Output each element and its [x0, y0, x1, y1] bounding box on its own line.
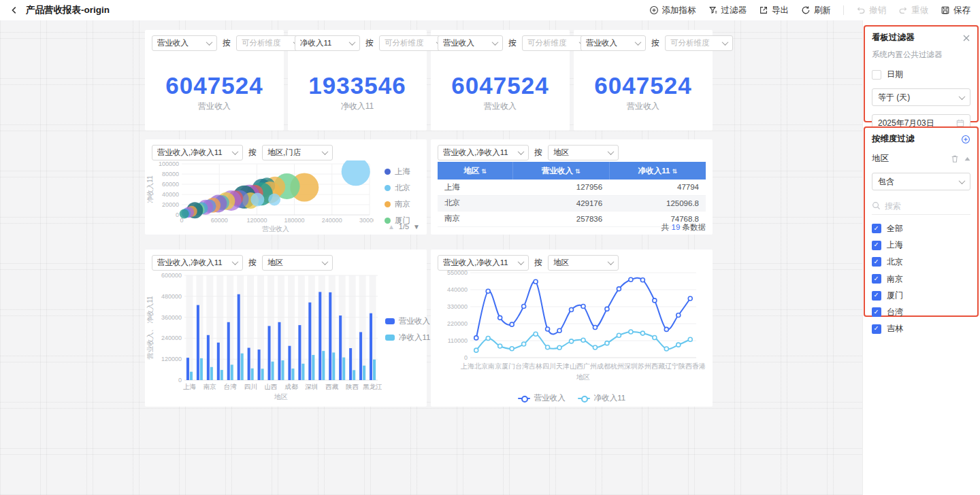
scatter-plot: 0200004000060000800001000000600001200001…: [146, 160, 374, 233]
checkbox-checked[interactable]: [872, 307, 881, 317]
refresh-button[interactable]: 刷新: [801, 5, 831, 16]
metric-selector[interactable]: 营业收入,净收入11: [152, 255, 243, 271]
svg-text:300000: 300000: [359, 217, 374, 224]
legend-item[interactable]: 南京: [385, 199, 410, 209]
by-label: 按: [248, 257, 257, 269]
dimension-selector[interactable]: 地区: [548, 255, 619, 271]
by-label: 按: [534, 257, 542, 269]
add-filter-icon[interactable]: [961, 135, 970, 144]
collapse-icon[interactable]: [964, 156, 970, 161]
option-row[interactable]: 北京: [872, 254, 970, 271]
page-title: 产品营收报表-origin: [26, 4, 110, 16]
option-row[interactable]: 台湾: [872, 304, 970, 321]
date-filter-row[interactable]: 日期: [872, 69, 970, 80]
checkbox-checked[interactable]: [872, 291, 881, 301]
checkbox-checked[interactable]: [872, 274, 881, 284]
scatter-legend: 上海 北京 南京 厦门: [385, 167, 410, 226]
line-legend: 营业收入 净收入11: [431, 393, 713, 403]
chevron-down-icon: [349, 39, 356, 46]
save-icon: [941, 5, 950, 15]
table-row[interactable]: 北京 429176 125096.8: [438, 195, 706, 211]
legend-item[interactable]: 营业收入: [518, 393, 566, 403]
metric-selector[interactable]: 营业收入: [152, 35, 217, 51]
table-chart-card: 营业收入,净收入11 按 地区 地区⇅ 营业收入⇅ 净收入11⇅ 上海 1279…: [431, 139, 713, 235]
option-row[interactable]: 全部: [872, 220, 970, 237]
metric-selector[interactable]: 营业收入,净收入11: [438, 255, 529, 271]
dimension-selector[interactable]: 可分析维度: [236, 35, 304, 51]
sort-icon[interactable]: ⇅: [481, 168, 487, 175]
export-button[interactable]: 导出: [759, 5, 789, 16]
chevron-down-icon: [206, 39, 213, 46]
metric-selector[interactable]: 营业收入: [438, 35, 503, 51]
bar-plot: 0120000240000360000480000600000上海南京台湾四川山…: [146, 270, 382, 405]
kpi-card-revenue-3: 营业收入 按 可分析维度 6047524 营业收入: [574, 30, 713, 131]
svg-text:600000: 600000: [161, 272, 182, 279]
column-header[interactable]: 地区⇅: [438, 162, 512, 180]
dimension-selector[interactable]: 可分析维度: [379, 35, 447, 51]
metric-selector[interactable]: 营业收入: [581, 35, 646, 51]
checkbox-checked[interactable]: [872, 257, 881, 267]
dimension-selector[interactable]: 地区,门店: [262, 145, 333, 160]
legend-pager: ▲ 1/5 ▼: [388, 222, 420, 231]
column-header[interactable]: 营业收入⇅: [512, 162, 609, 180]
svg-text:110000: 110000: [448, 337, 468, 344]
checkbox-checked[interactable]: [872, 324, 881, 334]
dimension-selector[interactable]: 可分析维度: [522, 35, 590, 51]
option-row[interactable]: 南京: [872, 271, 970, 288]
legend-item[interactable]: 净收入11: [578, 393, 625, 403]
svg-text:330000: 330000: [447, 303, 468, 310]
svg-text:山西: 山西: [265, 383, 278, 390]
add-metric-button[interactable]: 添加指标: [649, 5, 696, 16]
by-label: 按: [365, 37, 374, 49]
pager-up-icon[interactable]: ▲: [388, 223, 395, 231]
legend-item[interactable]: 营业收入: [385, 316, 430, 326]
kpi-card-revenue-1: 营业收入 按 可分析维度 6047524 营业收入: [145, 30, 284, 131]
dimension-selector[interactable]: 地区: [262, 255, 333, 271]
option-row[interactable]: 厦门: [872, 287, 970, 304]
back-button[interactable]: [10, 5, 19, 15]
chevron-down-icon: [518, 148, 525, 155]
sort-icon[interactable]: ⇅: [672, 168, 677, 175]
svg-text:100000: 100000: [159, 160, 179, 167]
kpi-card-net-income: 净收入11 按 可分析维度 1933546 净收入11: [288, 30, 427, 131]
option-row[interactable]: 上海: [872, 237, 970, 254]
date-operator-select[interactable]: 等于 (天): [872, 88, 970, 106]
chevron-down-icon: [518, 258, 525, 265]
search-input[interactable]: [885, 201, 966, 211]
metric-selector[interactable]: 营业收入,净收入11: [152, 145, 243, 160]
column-header[interactable]: 净收入11⇅: [609, 162, 706, 180]
date-checkbox[interactable]: [872, 70, 881, 80]
by-label: 按: [223, 37, 231, 49]
legend-item[interactable]: 上海: [385, 167, 410, 177]
svg-text:地区: 地区: [274, 393, 288, 400]
dimension-selector[interactable]: 可分析维度: [665, 35, 733, 51]
legend-item[interactable]: 净收入11: [385, 332, 430, 343]
svg-text:南京: 南京: [203, 383, 217, 390]
checkbox-checked[interactable]: [872, 224, 881, 233]
svg-text:成都: 成都: [284, 383, 298, 390]
dimension-selector[interactable]: 地区: [548, 145, 619, 160]
metric-selector[interactable]: 净收入11: [295, 35, 360, 51]
dimension-options: 全部 上海 北京 南京 厦门 台湾 吉林: [872, 220, 970, 337]
pager-down-icon[interactable]: ▼: [413, 223, 420, 231]
topbar: 产品营收报表-origin 添加指标 过滤器 导出 刷新 撤销 重做: [0, 0, 980, 20]
chevron-down-icon: [608, 258, 615, 265]
svg-text:240000: 240000: [322, 217, 342, 224]
legend-swatch: [385, 318, 395, 324]
chevron-down-icon: [959, 93, 966, 100]
svg-text:营业收入、 净收入11: 营业收入、 净收入11: [146, 296, 154, 360]
metric-selector[interactable]: 营业收入,净收入11: [438, 145, 529, 160]
contains-operator-select[interactable]: 包含: [872, 173, 970, 190]
option-row[interactable]: 吉林: [872, 321, 970, 338]
sort-icon[interactable]: ⇅: [575, 168, 581, 175]
legend-item[interactable]: 北京: [385, 183, 410, 193]
by-label: 按: [248, 147, 257, 158]
dashboard-canvas: 营业收入 按 可分析维度 6047524 营业收入 净收入11 按 可分析维度 …: [0, 20, 980, 495]
delete-filter-icon[interactable]: [951, 154, 959, 163]
svg-text:120000: 120000: [246, 217, 267, 224]
checkbox-checked[interactable]: [872, 241, 881, 250]
table-row[interactable]: 上海 127956 47794: [438, 180, 706, 195]
filter-button[interactable]: 过滤器: [708, 5, 747, 16]
close-icon[interactable]: [962, 34, 970, 42]
save-button[interactable]: 保存: [941, 5, 970, 16]
